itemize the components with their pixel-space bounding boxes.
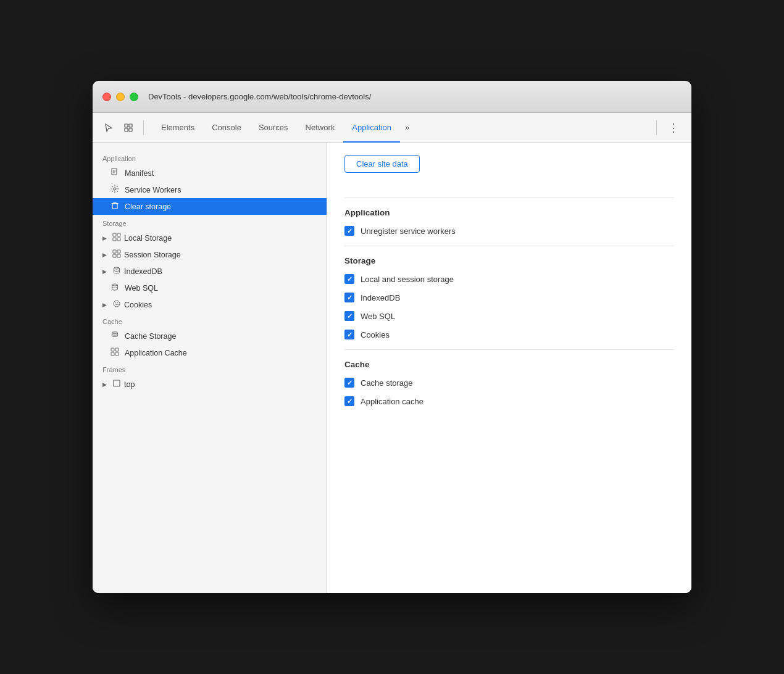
web-sql-label: Web SQL — [361, 312, 395, 321]
tab-elements[interactable]: Elements — [152, 113, 203, 143]
sidebar-item-cookies[interactable]: ▶ Cookies — [93, 296, 327, 313]
unregister-service-workers-label: Unregister service workers — [361, 227, 456, 236]
arrow-icon: ▶ — [102, 302, 107, 308]
minimize-button[interactable] — [116, 93, 125, 101]
cache-storage-label: Cache Storage — [125, 332, 317, 341]
svg-rect-2 — [125, 128, 128, 131]
titlebar: DevTools - developers.google.com/web/too… — [93, 81, 691, 113]
trash-icon — [110, 201, 120, 212]
storage-section-title: Storage — [344, 256, 674, 265]
cookies-checkbox[interactable] — [344, 330, 354, 339]
svg-rect-3 — [129, 128, 132, 131]
svg-point-22 — [115, 302, 116, 304]
close-button[interactable] — [102, 93, 111, 101]
sidebar-item-service-workers[interactable]: Service Workers — [93, 181, 327, 198]
devtools-window: DevTools - developers.google.com/web/too… — [93, 81, 691, 593]
arrow-icon: ▶ — [102, 381, 107, 388]
cache-storage-checkbox[interactable] — [344, 378, 354, 388]
storage-section: Storage Local and session storage Indexe… — [344, 256, 674, 339]
cookies-row: Cookies — [344, 330, 674, 339]
toolbar: Elements Console Sources Network Applica… — [93, 113, 691, 143]
svg-rect-12 — [117, 233, 120, 236]
cache-storage-label: Cache storage — [361, 378, 413, 388]
indexeddb-label: IndexedDB — [361, 293, 400, 302]
cache-section: Cache Cache storage Application cache — [344, 360, 674, 406]
application-section: Application Unregister service workers — [344, 208, 674, 236]
svg-rect-18 — [117, 254, 120, 257]
sidebar: Application Manifest — [93, 143, 327, 593]
sidebar-item-app-cache[interactable]: Application Cache — [93, 344, 327, 361]
top-frame-label: top — [124, 380, 317, 389]
svg-point-26 — [112, 332, 118, 334]
toolbar-tabs: Elements Console Sources Network Applica… — [152, 113, 650, 142]
sidebar-item-clear-storage[interactable]: Clear storage — [93, 198, 327, 215]
service-workers-label: Service Workers — [125, 186, 317, 194]
gear-icon — [110, 185, 120, 195]
application-cache-label: Application cache — [361, 397, 423, 406]
local-session-storage-row: Local and session storage — [344, 274, 674, 284]
indexeddb-checkbox[interactable] — [344, 293, 354, 302]
tab-network[interactable]: Network — [297, 113, 344, 143]
svg-rect-11 — [113, 233, 116, 236]
unregister-service-workers-row: Unregister service workers — [344, 226, 674, 236]
svg-rect-28 — [115, 348, 119, 351]
svg-rect-27 — [111, 348, 114, 351]
svg-point-20 — [112, 284, 118, 286]
sidebar-section-application: Application — [93, 150, 327, 165]
inspect-icon[interactable] — [120, 119, 137, 136]
session-storage-label: Session Storage — [124, 251, 317, 259]
cache-storage-row: Cache storage — [344, 378, 674, 388]
sidebar-section-cache: Cache — [93, 313, 327, 328]
menu-button[interactable]: ⋮ — [663, 119, 684, 137]
more-tabs-button[interactable]: » — [400, 123, 414, 132]
clear-site-data-button[interactable]: Clear site data — [344, 155, 420, 173]
svg-rect-1 — [129, 124, 132, 127]
sidebar-item-cache-storage[interactable]: Cache Storage — [93, 328, 327, 344]
sidebar-item-local-storage[interactable]: ▶ Local Storage — [93, 230, 327, 246]
toolbar-divider-2 — [656, 120, 657, 135]
tab-console[interactable]: Console — [203, 113, 250, 143]
sidebar-item-indexeddb[interactable]: ▶ IndexedDB — [93, 263, 327, 280]
sidebar-item-web-sql[interactable]: Web SQL — [93, 280, 327, 296]
cursor-icon[interactable] — [100, 119, 117, 136]
svg-rect-17 — [113, 254, 116, 257]
cookies-icon — [112, 299, 122, 310]
doc-icon — [110, 168, 120, 178]
svg-rect-30 — [115, 352, 119, 356]
web-sql-checkbox[interactable] — [344, 311, 354, 321]
toolbar-divider — [143, 120, 144, 135]
grid-icon-2 — [112, 249, 122, 260]
svg-rect-13 — [113, 238, 116, 241]
app-cache-icon — [110, 347, 120, 358]
sidebar-item-manifest[interactable]: Manifest — [93, 165, 327, 181]
cookies-label: Cookies — [361, 330, 390, 339]
frame-icon — [112, 379, 122, 389]
app-cache-label: Application Cache — [125, 349, 317, 357]
application-section-title: Application — [344, 208, 674, 217]
indexeddb-row: IndexedDB — [344, 293, 674, 302]
clear-storage-label: Clear storage — [125, 202, 317, 211]
content-panel: Clear site data Application Unregister s… — [327, 143, 691, 593]
svg-rect-16 — [117, 250, 120, 253]
svg-rect-29 — [111, 352, 114, 356]
sidebar-item-top[interactable]: ▶ top — [93, 376, 327, 393]
svg-point-24 — [115, 304, 117, 306]
svg-point-19 — [114, 267, 120, 269]
window-title: DevTools - developers.google.com/web/too… — [148, 92, 371, 101]
svg-rect-0 — [125, 124, 128, 127]
sidebar-item-session-storage[interactable]: ▶ Session Storage — [93, 246, 327, 263]
local-session-storage-checkbox[interactable] — [344, 274, 354, 284]
unregister-service-workers-checkbox[interactable] — [344, 226, 354, 236]
maximize-button[interactable] — [130, 93, 138, 101]
svg-rect-15 — [113, 250, 116, 253]
application-cache-checkbox[interactable] — [344, 396, 354, 406]
divider-1 — [344, 198, 674, 198]
indexeddb-label: IndexedDB — [124, 267, 317, 276]
tab-sources[interactable]: Sources — [250, 113, 297, 143]
web-sql-row: Web SQL — [344, 311, 674, 321]
db-icon — [112, 266, 122, 277]
tab-application[interactable]: Application — [343, 113, 400, 143]
cache-section-title: Cache — [344, 360, 674, 369]
local-session-storage-label: Local and session storage — [361, 275, 454, 284]
layers-icon — [110, 331, 120, 341]
